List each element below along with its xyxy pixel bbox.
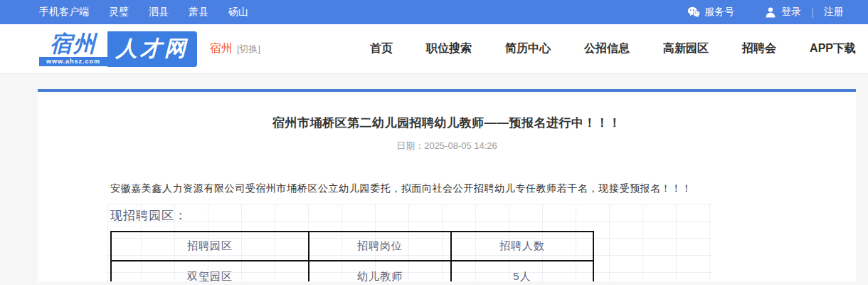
topbar-link-dangshan[interactable]: 砀山 [228, 6, 248, 19]
table-header-park: 招聘园区 [111, 232, 309, 261]
topbar-links: 手机客户端 灵璧 泗县 萧县 砀山 [39, 6, 248, 19]
article-date: 日期：2025-08-05 14:26 [38, 140, 856, 152]
page-gap [0, 74, 868, 89]
site-header: 宿州 www.ahsz.com 人才网 宿州 [切换] 首页 职位搜索 简历中心… [0, 24, 868, 74]
city-selector: 宿州 [切换] [210, 41, 260, 56]
logo-url-text: www.ahsz.com [39, 57, 107, 66]
article-title: 宿州市埇桥区第二幼儿园招聘幼儿教师——预报名进行中！！！ [38, 115, 856, 131]
recruitment-table: 招聘园区 招聘岗位 招聘人数 双玺园区 幼儿教师 5人 [110, 231, 594, 281]
nav-item-job-search[interactable]: 职位搜索 [426, 41, 472, 56]
table-row: 双玺园区 幼儿教师 5人 [111, 261, 593, 281]
switch-city-button[interactable]: [切换] [237, 43, 260, 56]
nav-item-public-recruitment-info[interactable]: 公招信息 [584, 41, 630, 56]
logo-city-text: 宿州 [39, 31, 107, 57]
article-card: 宿州市埇桥区第二幼儿园招聘幼儿教师——预报名进行中！！！ 日期：2025-08-… [38, 89, 856, 281]
topbar-link-xiaoxian[interactable]: 萧县 [189, 6, 208, 19]
nav-item-resume-center[interactable]: 简历中心 [505, 41, 551, 56]
service-account-link[interactable]: 服务号 [687, 6, 734, 19]
table-header-headcount: 招聘人数 [451, 232, 593, 261]
wechat-icon [687, 6, 700, 19]
logo-city-block: 宿州 www.ahsz.com [39, 31, 107, 67]
nav-item-app-download[interactable]: APP下载 [810, 41, 856, 56]
service-account-label: 服务号 [704, 6, 734, 19]
login-link[interactable]: 登录 [764, 6, 801, 19]
topbar-link-mobile-client[interactable]: 手机客户端 [39, 6, 89, 19]
nav-item-job-fair[interactable]: 招聘会 [742, 41, 776, 56]
nav-item-hightech-zone[interactable]: 高新园区 [663, 41, 709, 56]
top-utility-bar: 手机客户端 灵璧 泗县 萧县 砀山 服务号 [0, 0, 868, 24]
table-header-row: 招聘园区 招聘岗位 招聘人数 [111, 232, 593, 261]
topbar-link-lingbi[interactable]: 灵璧 [109, 6, 129, 19]
main-navigation: 首页 职位搜索 简历中心 公招信息 高新园区 招聘会 APP下载 [370, 41, 856, 56]
topbar-divider: | [811, 6, 814, 18]
logo-suffix-block: 人才网 [107, 31, 197, 67]
current-city-label: 宿州 [210, 41, 233, 56]
table-header-position: 招聘岗位 [309, 232, 451, 261]
register-link[interactable]: 注册 [824, 6, 844, 19]
cell-headcount: 5人 [451, 261, 593, 281]
topbar-account-area: 服务号 登录 | 注册 [687, 6, 844, 19]
article-body: 安徽嘉美鑫人力资源有限公司受宿州市埇桥区公立幼儿园委托，拟面向社会公开招聘幼儿专… [38, 181, 856, 281]
topbar-link-sixian[interactable]: 泗县 [149, 6, 169, 19]
user-icon [764, 6, 777, 19]
login-label[interactable]: 登录 [781, 6, 801, 19]
cell-position: 幼儿教师 [309, 261, 451, 281]
section-label-parks: 现招聘园区： [110, 207, 712, 224]
cell-park-name: 双玺园区 [111, 261, 309, 281]
site-logo[interactable]: 宿州 www.ahsz.com 人才网 [39, 31, 197, 67]
article-intro-paragraph: 安徽嘉美鑫人力资源有限公司受宿州市埇桥区公立幼儿园委托，拟面向社会公开招聘幼儿专… [110, 181, 722, 196]
pasted-grid-zone: 现招聘园区： 招聘园区 招聘岗位 招聘人数 双玺园区 幼儿教师 5人 [107, 204, 712, 281]
nav-item-home[interactable]: 首页 [370, 41, 393, 56]
